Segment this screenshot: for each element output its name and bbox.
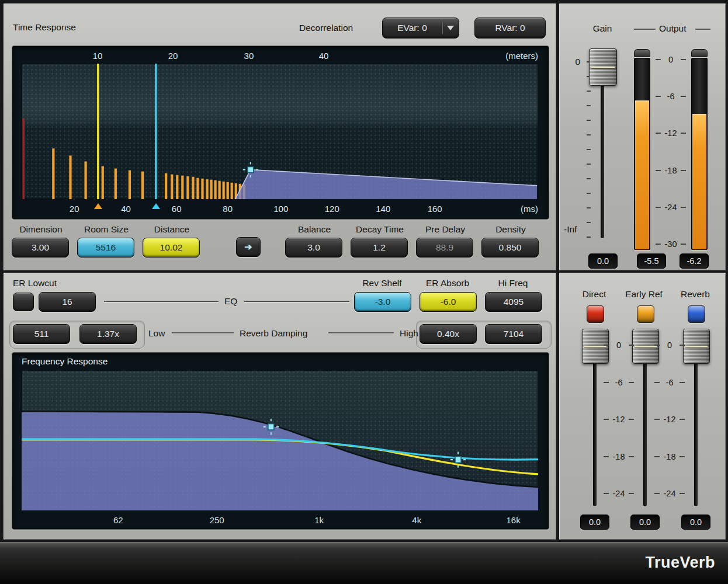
handle-square[interactable]: [455, 457, 461, 463]
decay-time-value[interactable]: 1.2: [351, 238, 408, 258]
dimension-value[interactable]: 3.00: [12, 238, 69, 258]
density-value[interactable]: 0.850: [481, 238, 539, 258]
damping-low-label: Low: [148, 328, 165, 339]
handle-square[interactable]: [268, 424, 274, 430]
link-arrow-button[interactable]: ➔: [236, 237, 261, 257]
time-response-plot[interactable]: [22, 64, 538, 199]
decay-time-label: Decay Time: [351, 224, 409, 236]
db-scale-mark: -24: [651, 203, 690, 212]
distance-control: Distance 10.02: [143, 224, 201, 258]
evar-dropdown[interactable]: EVar: 0: [382, 18, 459, 39]
early-ref-mute-button[interactable]: [637, 305, 654, 323]
axis-label: 1k: [314, 515, 324, 525]
mix-db-scale-right: 0-6-12-18-24: [651, 345, 688, 493]
pre-delay-control: Pre Delay 88.9: [416, 224, 474, 258]
db-scale-mark: 0: [651, 55, 690, 64]
early-reflection-bar: [115, 169, 117, 199]
db-scale-mark: -6: [651, 378, 688, 387]
axis-label: 10: [93, 51, 103, 61]
db-scale-mark: -12: [651, 128, 690, 138]
er-absorb-value[interactable]: -6.0: [420, 292, 477, 312]
axis-label: 40: [319, 51, 329, 61]
early-reflection-bar: [171, 175, 173, 199]
balance-value[interactable]: 3.0: [285, 238, 342, 258]
damping-low-ratio-value[interactable]: 1.37x: [79, 324, 137, 344]
frequency-response-plot[interactable]: [22, 370, 538, 510]
room-marker-cyan[interactable]: [152, 203, 160, 209]
gain-scale-inf: -Inf: [564, 224, 577, 235]
gain-scale-zero: 0: [571, 57, 580, 67]
er-absorb-label: ER Absorb: [420, 278, 476, 288]
early-reflection-bar: [52, 148, 54, 199]
early-reflection-bar: [69, 155, 71, 199]
reverb-mute-button[interactable]: [688, 305, 705, 323]
dimension-control: Dimension 3.00: [12, 224, 70, 258]
early-reflection-bar: [196, 178, 199, 199]
early-reflection-bar: [165, 173, 167, 199]
early-ref-label: Early Ref: [620, 289, 667, 300]
mix-db-scale-left: 0-6-12-18-24: [600, 345, 637, 493]
distance-value[interactable]: 10.02: [143, 238, 200, 258]
time-response-panel: Time Response Decorrelation EVar: 0 RVar…: [4, 4, 556, 270]
rev-shelf-value[interactable]: -3.0: [354, 292, 411, 312]
db-scale-mark: -18: [600, 452, 637, 461]
output-meter-right: [691, 49, 708, 250]
handle-square[interactable]: [248, 167, 254, 173]
hi-freq-value[interactable]: 4095: [485, 292, 542, 312]
distance-marker-orange[interactable]: [94, 203, 102, 209]
gain-output-panel: Gain Output 0 -Inf 0-6-12-18-24-30 0.0 -…: [559, 4, 726, 270]
damping-high-freq-value[interactable]: 7104: [485, 324, 542, 344]
axis-label: 80: [223, 204, 233, 214]
axis-label: 250: [210, 515, 224, 525]
rvar-button[interactable]: RVar: 0: [474, 18, 546, 39]
trueverb-plugin: Time Response Decorrelation EVar: 0 RVar…: [0, 0, 728, 584]
axis-label: 140: [376, 204, 390, 214]
room-size-label: Room Size: [77, 224, 136, 236]
early-reflection-bar: [84, 161, 86, 199]
early-reflection-bar: [141, 172, 144, 199]
ms-axis-unit: (ms): [521, 204, 538, 214]
er-lowcut-value[interactable]: 16: [39, 292, 96, 312]
reverb-readout[interactable]: 0.0: [681, 515, 710, 530]
eq-connector-line: [104, 301, 219, 302]
tick: [587, 237, 591, 238]
gain-readout[interactable]: 0.0: [588, 253, 618, 269]
header-connector-line: [634, 29, 656, 30]
distance-line-yellow[interactable]: [97, 64, 99, 199]
chevron-down-icon[interactable]: [442, 26, 459, 30]
room-size-control: Room Size 5516: [77, 224, 136, 258]
gain-fader-cap[interactable]: [589, 48, 617, 86]
meter-left-readout[interactable]: -5.5: [637, 253, 666, 269]
eq-section-label: EQ: [224, 296, 237, 307]
direct-label: Direct: [571, 289, 618, 300]
er-lowcut-toggle[interactable]: [13, 293, 34, 311]
reverb-envelope[interactable]: [235, 170, 537, 199]
pre-delay-value[interactable]: 88.9: [416, 238, 473, 258]
early-reflection-bar: [206, 179, 208, 199]
db-scale-mark: -12: [651, 415, 688, 424]
damping-high-ratio-value[interactable]: 0.40x: [420, 324, 477, 344]
hi-freq-label: Hi Freq: [485, 278, 541, 288]
damping-connector-line: [172, 332, 234, 333]
tick: [587, 164, 591, 165]
early-ref-readout[interactable]: 0.0: [630, 515, 660, 530]
balance-label: Balance: [285, 224, 344, 236]
axis-label: 160: [428, 204, 442, 214]
meter-cap: [691, 49, 708, 57]
direct-mute-button[interactable]: [587, 305, 604, 323]
tick: [587, 207, 591, 208]
axis-label: 20: [168, 51, 178, 61]
density-label: Density: [481, 224, 540, 236]
dimension-label: Dimension: [12, 224, 70, 236]
meter-fill-right: [692, 114, 706, 249]
damping-low-freq-value[interactable]: 511: [13, 324, 70, 344]
early-reflection-bar: [129, 171, 131, 199]
room-line-cyan[interactable]: [155, 64, 157, 199]
early-reflection-bars: [52, 148, 245, 199]
direct-readout[interactable]: 0.0: [580, 515, 609, 530]
axis-label: 60: [172, 204, 182, 214]
meter-right-readout[interactable]: -6.2: [680, 253, 709, 269]
room-size-value[interactable]: 5516: [77, 238, 134, 258]
meters-axis-unit: (meters): [505, 51, 538, 61]
early-reflection-bar: [201, 179, 203, 199]
